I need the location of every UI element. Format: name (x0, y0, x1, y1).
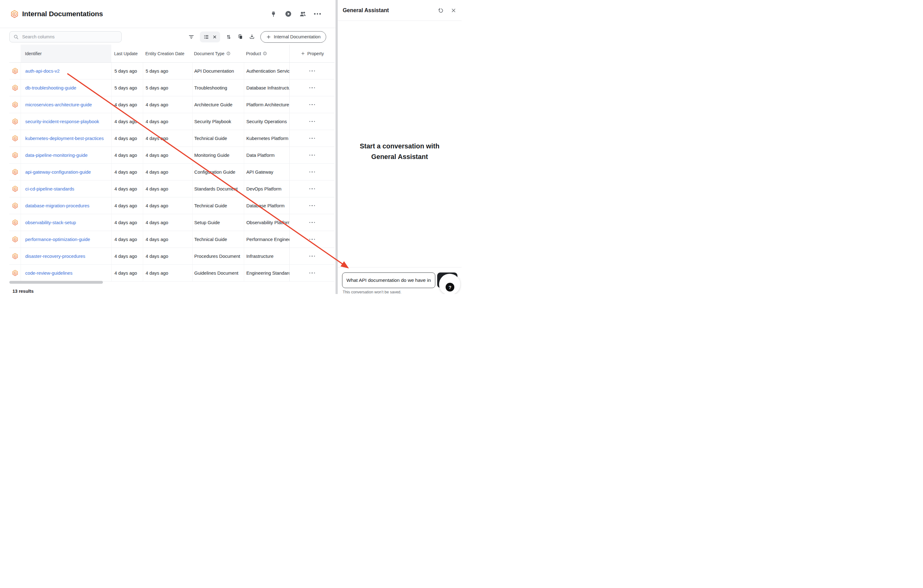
table-row[interactable]: db-troubleshooting-guide 5 days ago 5 da… (9, 79, 335, 96)
identifier-link[interactable]: security-incident-response-playbook (25, 119, 99, 124)
results-count: 13 results (13, 289, 34, 294)
table-row[interactable]: database-migration-procedures 4 days ago… (9, 197, 335, 214)
plus-icon (301, 51, 305, 56)
identifier-link[interactable]: api-gateway-configuration-guide (25, 169, 91, 174)
play-circle-icon (285, 10, 292, 18)
identifier-link[interactable]: code-review-guidelines (25, 271, 72, 276)
sort-button[interactable] (225, 34, 232, 40)
assistant-message-input[interactable] (342, 273, 435, 288)
entity-creation-date-cell: 4 days ago (143, 231, 192, 248)
table-row[interactable]: auth-api-docs-v2 5 days ago 5 days ago A… (9, 62, 335, 79)
row-actions-button[interactable] (309, 87, 315, 89)
filter-button[interactable] (188, 34, 195, 40)
last-update-cell: 4 days ago (111, 96, 143, 113)
table-row[interactable]: disaster-recovery-procedures 4 days ago … (9, 248, 335, 265)
duplicate-button[interactable] (237, 34, 243, 40)
document-hexagon-icon (12, 219, 18, 226)
identifier-link[interactable]: microservices-architecture-guide (25, 102, 92, 107)
table-toolbar: Internal Documentation (9, 31, 326, 43)
main-content: Internal Documentations (0, 0, 335, 294)
document-hexagon-icon (12, 152, 18, 158)
conversation-disclaimer: This conversation won’t be saved. (343, 290, 401, 294)
document-hexagon-icon (12, 236, 18, 243)
column-header-product[interactable]: Product (244, 44, 289, 62)
close-panel-button[interactable] (451, 8, 457, 13)
table-row[interactable]: ci-cd-pipeline-standards 4 days ago 4 da… (9, 181, 335, 197)
row-actions-button[interactable] (309, 121, 315, 122)
identifier-link[interactable]: database-migration-procedures (25, 203, 89, 208)
table-row[interactable]: kubernetes-deployment-best-practices 4 d… (9, 130, 335, 147)
table-row[interactable]: microservices-architecture-guide 4 days … (9, 96, 335, 113)
identifier-link[interactable]: db-troubleshooting-guide (25, 85, 76, 90)
last-update-cell: 4 days ago (111, 248, 143, 264)
identifier-link[interactable]: kubernetes-deployment-best-practices (25, 136, 104, 141)
identifier-link[interactable]: disaster-recovery-procedures (25, 254, 85, 259)
row-actions-button[interactable] (309, 239, 315, 240)
row-actions-button[interactable] (309, 273, 315, 274)
download-icon (249, 34, 255, 40)
table-header-row: Identifier Last Update Entity Creation D… (9, 44, 335, 62)
copy-icon (237, 34, 243, 40)
identifier-link[interactable]: ci-cd-pipeline-standards (25, 186, 74, 191)
reset-conversation-button[interactable] (437, 7, 444, 14)
last-update-cell: 4 days ago (111, 164, 143, 180)
identifier-link[interactable]: auth-api-docs-v2 (25, 69, 59, 74)
table-row[interactable]: performance-optimization-guide 4 days ag… (9, 231, 335, 248)
column-header-last-update[interactable]: Last Update (111, 44, 143, 62)
column-header-identifier[interactable]: Identifier (21, 44, 111, 62)
table-row[interactable]: api-gateway-configuration-guide 4 days a… (9, 164, 335, 181)
entity-creation-date-cell: 4 days ago (143, 214, 192, 231)
table-body: auth-api-docs-v2 5 days ago 5 days ago A… (9, 62, 335, 281)
last-update-cell: 4 days ago (111, 113, 143, 130)
search-input[interactable] (21, 34, 118, 39)
identifier-link[interactable]: observability-stack-setup (25, 220, 76, 225)
identifier-link[interactable]: performance-optimization-guide (25, 237, 90, 242)
product-cell: Platform Architecture (244, 96, 289, 113)
table-row[interactable]: code-review-guidelines 4 days ago 4 days… (9, 265, 335, 281)
row-actions-button[interactable] (309, 154, 315, 156)
download-button[interactable] (249, 34, 255, 40)
search-box[interactable] (9, 31, 122, 43)
horizontal-scrollbar[interactable] (9, 281, 103, 284)
clear-view-icon[interactable] (213, 35, 217, 39)
plugin-button[interactable] (270, 10, 277, 18)
header-actions (270, 10, 321, 18)
share-users-button[interactable] (299, 10, 307, 18)
row-actions-button[interactable] (309, 71, 315, 72)
add-property-button[interactable]: Property (289, 44, 335, 62)
document-hexagon-icon (12, 84, 18, 91)
product-cell: Engineering Standard (244, 265, 289, 281)
panel-resizer[interactable] (335, 0, 338, 294)
info-icon (227, 51, 230, 56)
row-actions-button[interactable] (309, 171, 315, 173)
document-type-cell: Technical Guide (192, 197, 244, 214)
entity-creation-date-cell: 4 days ago (143, 113, 192, 130)
page-title: Internal Documentations (22, 10, 103, 18)
row-actions-button[interactable] (309, 104, 315, 105)
list-view-chip[interactable] (200, 31, 220, 43)
last-update-cell: 4 days ago (111, 181, 143, 197)
identifier-link[interactable]: data-pipeline-monitoring-guide (25, 153, 88, 158)
row-actions-button[interactable] (309, 205, 315, 206)
table-row[interactable]: security-incident-response-playbook 4 da… (9, 113, 335, 130)
new-internal-documentation-button[interactable]: Internal Documentation (260, 31, 326, 43)
document-type-cell: Procedures Document (192, 248, 244, 264)
row-actions-button[interactable] (309, 222, 315, 223)
toolbar-actions: Internal Documentation (188, 31, 326, 43)
row-actions-button[interactable] (309, 188, 315, 190)
column-header-entity-creation-date[interactable]: Entity Creation Date (143, 44, 192, 62)
run-button[interactable] (284, 10, 292, 18)
assistant-title: General Assistant (343, 7, 389, 14)
row-actions-button[interactable] (309, 138, 315, 139)
help-button[interactable]: ? (439, 274, 460, 294)
table-row[interactable]: observability-stack-setup 4 days ago 4 d… (9, 214, 335, 231)
more-options-button[interactable] (314, 10, 321, 18)
plus-icon (266, 34, 271, 39)
document-hexagon-icon (12, 169, 18, 175)
close-icon (451, 8, 457, 13)
table-row[interactable]: data-pipeline-monitoring-guide 4 days ag… (9, 147, 335, 164)
assistant-empty-state: Start a conversation with General Assist… (338, 141, 462, 162)
row-actions-button[interactable] (309, 256, 315, 257)
column-header-document-type[interactable]: Document Type (192, 44, 244, 62)
document-hexagon-icon (12, 101, 18, 108)
